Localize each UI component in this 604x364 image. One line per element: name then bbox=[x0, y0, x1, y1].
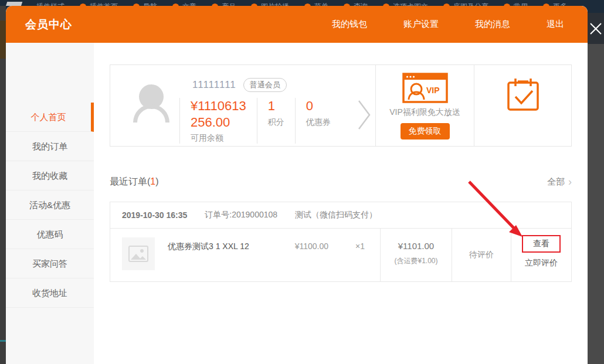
username: 11111111 bbox=[192, 79, 236, 91]
background-logo bbox=[5, 2, 23, 6]
sidebar-item[interactable]: 我的收藏 bbox=[6, 161, 94, 190]
background-nav-item: 产品 bbox=[212, 2, 236, 6]
main-content: 11111111 普通会员 ¥1110613 256.00 可用余额 bbox=[94, 43, 588, 364]
member-center-modal: 会员中心 我的钱包 账户设置 我的消息 退出 个人首页 我的订单 我的收藏 活动… bbox=[6, 6, 588, 364]
background-nav-item: 菜单 bbox=[304, 2, 328, 6]
order-header: 2019-10-30 16:35 订单号:2019000108 测试（微信扫码支… bbox=[110, 202, 571, 229]
balance-stat: ¥1110613 256.00 可用余额 bbox=[179, 98, 257, 144]
background-nav-item: 图片轮播 bbox=[251, 2, 289, 6]
calendar-check-icon bbox=[507, 77, 539, 112]
close-button[interactable] bbox=[588, 13, 604, 44]
product-unit-price: ¥1100.00 bbox=[266, 241, 328, 251]
coupons-label: 优惠券 bbox=[306, 117, 331, 128]
order-count: 1 bbox=[150, 176, 155, 186]
order-total-cell: ¥1101.00 (含运费¥1.00) bbox=[380, 229, 452, 281]
header-nav-item[interactable]: 账户设置 bbox=[403, 19, 439, 30]
order-datetime: 2019-10-30 16:35 bbox=[122, 210, 187, 220]
checkin-panel[interactable] bbox=[474, 65, 571, 146]
chevron-right-icon: › bbox=[568, 176, 572, 187]
sidebar-item[interactable]: 个人首页 bbox=[6, 103, 94, 132]
sidebar-item[interactable]: 活动&优惠 bbox=[6, 190, 94, 220]
svg-text:VIP: VIP bbox=[426, 86, 440, 95]
product-title: 优惠券测试3 1 XXL 12 bbox=[168, 241, 266, 252]
view-order-button[interactable]: 查看 bbox=[522, 235, 561, 253]
user-summary[interactable]: 11111111 普通会员 ¥1110613 256.00 可用余额 bbox=[110, 65, 375, 146]
background-nav-item: 导航 bbox=[133, 2, 157, 6]
order-row: 优惠券测试3 1 XXL 12 ¥1100.00 ×1 ¥1101.00 (含运… bbox=[110, 229, 571, 281]
header-nav-item[interactable]: 我的消息 bbox=[475, 19, 510, 30]
header-nav: 我的钱包 账户设置 我的消息 退出 bbox=[332, 19, 564, 30]
background-left-strip bbox=[0, 6, 6, 364]
sidebar-item[interactable]: 优惠码 bbox=[6, 220, 94, 249]
background-left-patch bbox=[0, 21, 6, 59]
header-nav-item[interactable]: 我的钱包 bbox=[332, 19, 367, 30]
vip-banner-text: VIP福利限免大放送 bbox=[389, 107, 460, 118]
points-stat: 1 积分 bbox=[257, 98, 295, 144]
product-thumbnail bbox=[122, 237, 155, 270]
order-actions-cell: 查看 立即评价 bbox=[511, 229, 571, 281]
vip-promo-panel: VIP VIP福利限免大放送 免费领取 bbox=[375, 65, 474, 146]
coupons-value: 0 bbox=[306, 98, 331, 114]
background-nav-item: 文章 bbox=[172, 2, 196, 6]
background-nav-item: 选项卡图文 bbox=[383, 2, 428, 6]
background-nav-item: 更多 bbox=[543, 2, 567, 6]
shipping-note: (含运费¥1.00) bbox=[381, 256, 452, 266]
vip-browser-icon: VIP bbox=[402, 73, 448, 103]
balance-label: 可用余额 bbox=[191, 133, 246, 144]
account-summary-panel: 11111111 普通会员 ¥1110613 256.00 可用余额 bbox=[110, 64, 572, 147]
points-label: 积分 bbox=[268, 117, 284, 128]
recent-orders-title: 最近订单(1) bbox=[110, 176, 159, 188]
avatar bbox=[128, 81, 174, 127]
chevron-right-icon bbox=[357, 98, 372, 131]
order-status: 待评价 bbox=[452, 229, 511, 281]
background-nav-item: 插件首页 bbox=[80, 2, 118, 6]
sidebar: 个人首页 我的订单 我的收藏 活动&优惠 优惠码 买家问答 收货地址 bbox=[6, 43, 94, 364]
order-card: 2019-10-30 16:35 订单号:2019000108 测试（微信扫码支… bbox=[110, 202, 572, 282]
background-right-top bbox=[588, 6, 604, 13]
sidebar-item[interactable]: 买家问答 bbox=[6, 249, 94, 278]
background-nav-item: 查询 bbox=[344, 2, 368, 6]
points-value: 1 bbox=[268, 98, 284, 114]
view-all-orders-link[interactable]: 全部 › bbox=[547, 176, 572, 188]
modal-header: 会员中心 我的钱包 账户设置 我的消息 退出 bbox=[6, 6, 588, 43]
close-icon bbox=[589, 22, 603, 36]
claim-free-button[interactable]: 免费领取 bbox=[401, 123, 450, 140]
product-quantity: ×1 bbox=[328, 241, 380, 251]
header-nav-item[interactable]: 退出 bbox=[547, 19, 564, 30]
background-nav-item: 底图及分享 bbox=[443, 2, 488, 6]
balance-value: ¥1110613 256.00 bbox=[191, 98, 246, 130]
coupons-stat: 0 优惠券 bbox=[295, 98, 341, 144]
image-placeholder-icon bbox=[128, 246, 148, 262]
order-number: 订单号:2019000108 bbox=[205, 210, 277, 220]
order-total: ¥1101.00 bbox=[381, 241, 452, 251]
member-level-badge: 普通会员 bbox=[243, 78, 287, 92]
sidebar-item[interactable]: 收货地址 bbox=[6, 278, 94, 308]
order-product-cell[interactable]: 优惠券测试3 1 XXL 12 ¥1100.00 ×1 bbox=[110, 229, 380, 281]
background-right-strip bbox=[588, 6, 604, 364]
order-payment-note: 测试（微信扫码支付） bbox=[295, 210, 377, 220]
sidebar-item[interactable]: 我的订单 bbox=[6, 132, 94, 161]
background-top-nav: 插件样式 插件首页 导航 文章 产品 图 bbox=[0, 0, 604, 6]
background-left-accent bbox=[0, 340, 6, 342]
page-title: 会员中心 bbox=[25, 17, 72, 32]
background-nav-item: 插件样式 bbox=[36, 2, 65, 6]
user-detail-chevron[interactable] bbox=[357, 84, 375, 146]
review-now-link[interactable]: 立即评价 bbox=[525, 258, 558, 268]
background-nav-item: 常用 bbox=[504, 2, 528, 6]
